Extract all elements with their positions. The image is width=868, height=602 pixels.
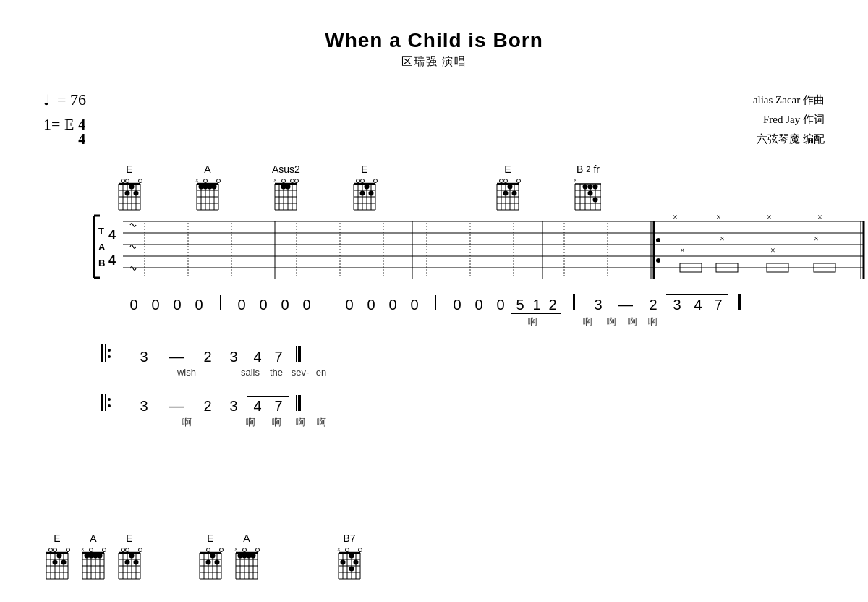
svg-point-214: [210, 554, 216, 559]
svg-point-178: [103, 548, 106, 552]
tab-section: T A B 4 4: [43, 214, 825, 279]
svg-point-31: [203, 185, 208, 190]
repeat-sign-1: [101, 344, 111, 362]
note-0-11: 0: [382, 297, 404, 313]
svg-text:×: ×: [234, 547, 238, 553]
svg-point-249: [349, 554, 354, 559]
svg-text:×: ×: [814, 234, 819, 244]
svg-text:×: ×: [273, 178, 277, 184]
underline-group: 5 1 2: [511, 297, 561, 314]
svg-point-15: [134, 191, 139, 196]
svg-point-100: [587, 191, 592, 196]
rep2-note-2: 2: [195, 398, 221, 415]
note-3-1: 3: [585, 297, 611, 313]
svg-point-101: [592, 198, 597, 203]
svg-point-229: [256, 548, 260, 552]
svg-point-80: [499, 179, 503, 183]
svg-text:×: ×: [81, 547, 85, 553]
svg-point-216: [206, 560, 211, 565]
note-0-13: 0: [446, 297, 468, 313]
svg-point-16: [125, 191, 130, 196]
svg-point-233: [251, 554, 256, 559]
lyric-a11: 啊: [311, 416, 331, 429]
svg-point-14: [129, 185, 135, 190]
chord-E-bot3: E: [197, 533, 224, 580]
note-3-2: 3: [666, 297, 688, 313]
title-section: When a Child is Born 区瑞强 演唱: [43, 29, 825, 69]
note-0-15: 0: [490, 297, 511, 313]
svg-text:×: ×: [720, 234, 725, 244]
svg-text:B: B: [98, 258, 105, 268]
end-bar-2: [296, 346, 301, 362]
svg-point-232: [247, 554, 252, 559]
rep1-note-4: 4: [247, 349, 268, 365]
repeat-section-1: 3 — 2 3 4 7: [101, 344, 825, 365]
svg-point-196: [126, 548, 129, 552]
svg-point-161: [54, 548, 57, 552]
svg-point-251: [354, 560, 359, 565]
rep1-dash: —: [158, 349, 195, 365]
svg-text:×: ×: [195, 178, 199, 184]
svg-point-67: [368, 191, 373, 196]
svg-point-213: [220, 548, 224, 552]
note-0-9: 0: [339, 297, 360, 313]
svg-point-85: [503, 191, 508, 196]
lyric-sails: sails: [237, 367, 263, 378]
svg-text:4: 4: [109, 228, 116, 242]
note-2: 2: [545, 297, 561, 313]
time-bottom: 4: [78, 132, 85, 146]
svg-point-50: [281, 185, 286, 190]
repeat-sign-2: [101, 394, 111, 411]
lyrics-repeat-1: wish sails the sev- en: [172, 367, 825, 378]
lyric-the: the: [263, 367, 289, 378]
svg-point-199: [134, 560, 139, 565]
tempo-line: ♩ = 76: [43, 90, 86, 109]
svg-point-182: [98, 554, 103, 559]
svg-text:A: A: [98, 242, 106, 253]
note-0-10: 0: [360, 297, 382, 313]
svg-text:×: ×: [767, 214, 772, 222]
svg-text:T: T: [98, 226, 104, 237]
svg-text:×: ×: [817, 214, 822, 222]
svg-point-195: [122, 548, 125, 552]
rep2-note-4: 4: [247, 398, 268, 415]
lyric-a7: 啊: [172, 416, 201, 429]
svg-text:×: ×: [337, 547, 341, 553]
svg-point-63: [356, 179, 359, 183]
lyric-a6: 啊: [642, 315, 663, 328]
svg-point-181: [93, 554, 98, 559]
lyric-en: en: [311, 367, 331, 378]
key-value: 1= E: [43, 115, 74, 134]
rep2-note-7: 7: [268, 398, 289, 415]
left-info: ♩ = 76 1= E 4 4: [43, 90, 86, 146]
svg-point-197: [139, 548, 142, 552]
svg-point-33: [212, 185, 217, 190]
note-5: 5: [511, 297, 529, 313]
svg-point-83: [507, 185, 512, 190]
lyric-a9: 啊: [263, 416, 289, 429]
rep1-note-7: 7: [268, 349, 289, 365]
svg-point-99: [592, 185, 597, 190]
svg-point-51: [286, 185, 291, 190]
double-bar-1: [571, 294, 575, 310]
svg-point-200: [125, 560, 130, 565]
lyric-a1: 啊: [519, 315, 545, 328]
tempo-value: = 76: [57, 90, 86, 109]
svg-point-165: [53, 560, 58, 565]
svg-point-46: [282, 179, 286, 183]
svg-point-84: [511, 191, 516, 196]
note-1: 1: [529, 297, 545, 313]
note-2-1: 2: [640, 297, 666, 313]
note-icon: ♩: [43, 91, 50, 109]
svg-point-32: [208, 185, 213, 190]
svg-point-164: [61, 560, 67, 565]
song-title: When a Child is Born: [43, 29, 825, 52]
note-0-8: 0: [296, 297, 318, 313]
note-0-2: 0: [145, 297, 166, 313]
svg-point-160: [49, 548, 53, 552]
rep2-dash: —: [158, 398, 195, 415]
svg-point-28: [204, 179, 208, 183]
time-top: 4: [78, 117, 85, 132]
tempo-key-section: ♩ = 76 1= E 4 4 alias Zacar 作曲 Fred Jay …: [43, 90, 825, 149]
svg-text:4: 4: [109, 253, 116, 268]
